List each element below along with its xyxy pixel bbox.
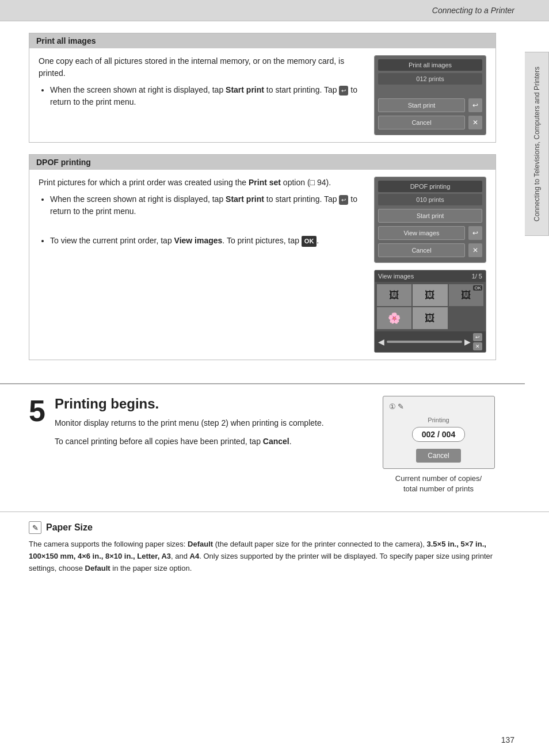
vi-scrollbar (387, 341, 462, 343)
print-all-images-bullet1: When the screen shown at right is displa… (50, 84, 363, 108)
bullet1-post: to start printing. Tap (264, 85, 339, 94)
dpof-b2-mid: . To print pictures, tap (222, 236, 301, 245)
printing-cancel-btn: Cancel (416, 449, 460, 463)
step5-ui-area: ① ✎ Printing 002 / 004 Cancel Current nu… (381, 396, 496, 494)
step5-b2-end: . (289, 437, 292, 446)
step5-text: Printing begins. Monitor display returns… (55, 396, 369, 448)
vi-back-btn: ↩ (473, 333, 482, 341)
printing-caption: Current number of copies/total number of… (395, 474, 482, 494)
vi-ok-btn: OK (473, 285, 482, 291)
dpof-header: DPOF printing (29, 155, 495, 170)
print-all-images-section: Print all images One copy each of all pi… (29, 33, 496, 143)
vi-left-arrow: ◀ (378, 337, 384, 346)
printing-icons: ① ✎ (389, 402, 405, 411)
dpof-body1-post: option ( (281, 178, 310, 187)
step5-title: Printing begins. (55, 396, 369, 412)
dpof-content: Print pictures for which a print order w… (29, 170, 495, 360)
dpof-body1-pre: Print pictures for which a print order w… (39, 178, 249, 187)
page-num-text: 137 (501, 735, 514, 744)
dpof-title: DPOF printing (36, 158, 91, 167)
printing-counter: 002 / 004 (412, 427, 465, 442)
dpof-b2-pre: To view the current print order, tap (50, 236, 174, 245)
dpof-b1-post: to start printing. Tap (264, 194, 339, 204)
ui-spacer (378, 87, 482, 98)
close-icon-2: ✕ (468, 243, 482, 257)
ui-012-prints: 012 prints (378, 73, 482, 85)
side-tab: Connecting to Televisions, Computers and… (525, 52, 549, 236)
vi-right-arrow: ▶ (464, 337, 471, 346)
back-icon-2: ↩ (339, 195, 348, 205)
vi-thumb-2: 🖼 (413, 284, 447, 306)
step5-b2-bold: Cancel (263, 437, 289, 446)
print-all-images-header: Print all images (29, 33, 495, 48)
paper-size-body: The camera supports the following paper … (29, 539, 497, 574)
page-number: 137 (501, 735, 514, 744)
print-all-images-title: Print all images (36, 36, 96, 45)
printing-ui: ① ✎ Printing 002 / 004 Cancel (383, 396, 495, 469)
side-tab-text: Connecting to Televisions, Computers and… (533, 66, 541, 221)
dpof-b2-end: . (317, 236, 319, 245)
ps-default: Default (188, 540, 213, 548)
vi-close-btn: ✕ (473, 342, 482, 350)
dpof-text: Print pictures for which a print order w… (39, 177, 363, 251)
ps-body4: in the paper size option. (110, 564, 192, 572)
dpof-ui1-view-btn: View images (378, 226, 465, 240)
ui-cancel-row: Cancel ✕ (378, 116, 482, 131)
page-header: Connecting to a Printer (0, 0, 549, 21)
ui-subtitle-row: 012 prints (378, 73, 482, 85)
dpof-bullet2: To view the current print order, tap Vie… (50, 235, 363, 247)
ui-start-print-row: Start print ↩ (378, 98, 482, 114)
vi-thumb-1: 🖼 (377, 284, 411, 306)
step5-number: 5 (29, 396, 45, 426)
step5-body1: Monitor display returns to the print men… (55, 417, 369, 429)
step5-section: 5 Printing begins. Monitor display retur… (0, 383, 525, 506)
dpof-body1-ref: □ 94 (310, 178, 326, 187)
print-all-images-ui-inner: Print all images 012 prints Start print … (375, 56, 486, 135)
ps-a4: A4 (190, 552, 200, 560)
pencil-icon: ✎ (29, 521, 41, 534)
dpof-body1-bold: Print set (249, 178, 281, 187)
dpof-bullet1: When the screen shown at right is displa… (50, 193, 363, 217)
print-all-images-body: One copy each of all pictures stored in … (39, 55, 363, 79)
back-icon-3: ↩ (468, 226, 482, 240)
dpof-section: DPOF printing Print pictures for which a… (29, 154, 496, 360)
print-all-images-camera-ui: Print all images 012 prints Start print … (374, 55, 486, 135)
ps-body: The camera supports the following paper … (29, 540, 188, 548)
ui-close-icon-1: ✕ (468, 116, 482, 129)
dpof-ui1-start-row: Start print (378, 209, 482, 224)
paper-size-title: Paper Size (46, 522, 93, 533)
vi-thumb-4: 🌸 (377, 307, 411, 329)
header-title: Connecting to a Printer (432, 6, 514, 15)
step5-b2-pre: To cancel printing before all copies hav… (55, 437, 263, 446)
dpof-camera-uis: DPOF printing 010 prints Start print Vie… (374, 177, 486, 353)
ui-back-icon-1: ↩ (468, 98, 482, 112)
dpof-ui1-view-row: View images ↩ (378, 226, 482, 242)
dpof-b2-ok: OK (302, 236, 317, 247)
vi-grid: 🖼 🖼 🖼OK 🌸 🖼 (375, 282, 486, 331)
bullet1-bold: Start print (226, 85, 264, 94)
bullet1-pre: When the screen shown at right is displa… (50, 85, 226, 94)
vi-side-btns: ↩ ✕ (473, 333, 482, 350)
printing-caption-text: Current number of copies/total number of… (395, 474, 482, 493)
printing-top-icons: ① ✎ (389, 402, 489, 411)
dpof-ui1-start-btn: Start print (378, 209, 482, 223)
ui-print-all-label: Print all images (378, 59, 482, 71)
back-icon-1: ↩ (339, 86, 348, 96)
dpof-ui1-cancel-btn: Cancel (378, 243, 465, 257)
main-content: Print all images One copy each of all pi… (0, 21, 525, 383)
vi-title: View images (378, 273, 414, 280)
dpof-camera-ui1: DPOF printing 010 prints Start print Vie… (374, 177, 486, 263)
ui-cancel-btn: Cancel (378, 116, 465, 129)
dpof-bullets: When the screen shown at right is displa… (50, 193, 363, 247)
step5-left: 5 Printing begins. Monitor display retur… (29, 396, 369, 494)
dpof-b1-bold: Start print (226, 194, 264, 204)
printing-label: Printing (428, 417, 449, 423)
step-num: 5 (29, 394, 45, 427)
dpof-camera-ui2: View images 1/ 5 🖼 🖼 🖼OK 🌸 🖼 ◀ (374, 270, 486, 353)
step5-body2: To cancel printing before all copies hav… (55, 435, 369, 448)
dpof-ui1-cancel-row: Cancel ✕ (378, 243, 482, 259)
ps-body2: (the default paper size for the printer … (213, 540, 426, 548)
vi-thumb-3: 🖼OK (449, 284, 483, 306)
pencil-symbol: ✎ (32, 524, 39, 532)
print-all-images-bullets: When the screen shown at right is displa… (50, 84, 363, 108)
